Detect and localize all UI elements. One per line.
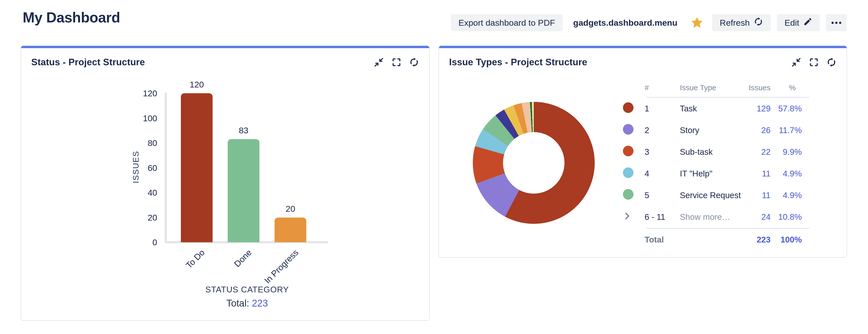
refresh-gadget-icon[interactable]: [827, 57, 837, 67]
bar-value-label: 20: [265, 204, 316, 214]
table-row: 3Sub-task229.9%: [623, 141, 809, 163]
y-tick-label: 120: [112, 88, 157, 98]
page-title: My Dashboard: [23, 9, 120, 26]
edit-label: Edit: [784, 18, 799, 28]
table-row: 2Story2611.7%: [623, 119, 809, 141]
favorite-star-icon[interactable]: [690, 16, 704, 29]
fullscreen-gadget-icon[interactable]: [392, 57, 402, 67]
dashboard-toolbar: Export dashboard to PDF gadgets.dashboar…: [451, 14, 847, 31]
issue-types-donut-chart[interactable]: [473, 102, 595, 224]
table-row: 4IT "Help"114.9%: [623, 163, 809, 185]
legend-swatch: [623, 124, 633, 135]
col-header-issues: Issues: [745, 83, 771, 92]
status-total: Total: 223: [166, 298, 329, 309]
show-more-chevron-icon[interactable]: [623, 212, 645, 222]
issues-pct-link[interactable]: 4.9%: [783, 191, 802, 200]
export-pdf-label: Export dashboard to PDF: [459, 18, 555, 28]
refresh-gadget-icon[interactable]: [409, 57, 419, 67]
issues-count-link[interactable]: 11: [762, 169, 771, 178]
bar-in-progress[interactable]: [275, 218, 306, 243]
y-tick-label: 40: [112, 188, 157, 198]
issues-pct-link[interactable]: 57.8%: [778, 104, 802, 113]
issue-type-name: Task: [680, 104, 745, 113]
total-label: Total: [645, 235, 745, 245]
legend-swatch: [623, 146, 633, 156]
table-total-row: Total 223 100%: [623, 229, 809, 251]
issues-count-link[interactable]: 24: [761, 212, 771, 222]
y-tick-label: 100: [112, 113, 157, 123]
refresh-label: Refresh: [720, 18, 750, 28]
y-tick-label: 60: [112, 163, 157, 173]
status-total-link[interactable]: 223: [252, 298, 268, 309]
issues-pct-link[interactable]: 9.9%: [783, 147, 802, 157]
status-gadget-title: Status - Project Structure: [31, 57, 145, 67]
total-issues-link[interactable]: 223: [757, 235, 771, 244]
legend-swatch: [623, 167, 633, 178]
y-tick-label: 0: [112, 237, 157, 247]
legend-swatch: [623, 189, 633, 200]
issues-pct-link[interactable]: 4.9%: [783, 169, 802, 178]
row-number: 4: [645, 169, 680, 178]
issue-types-table: # Issue Type Issues % 1Task12957.8%2Stor…: [623, 79, 809, 251]
minimize-gadget-icon[interactable]: [791, 57, 801, 67]
col-header-type: Issue Type: [680, 83, 745, 92]
row-number: 1: [645, 104, 680, 113]
x-category-label: To Do: [184, 248, 207, 270]
col-header-num: #: [645, 83, 680, 92]
export-pdf-button[interactable]: Export dashboard to PDF: [451, 14, 563, 31]
issue-types-gadget-title: Issue Types - Project Structure: [449, 57, 587, 67]
issues-count-link[interactable]: 22: [761, 147, 771, 157]
dashboard-menu-item[interactable]: gadgets.dashboard.menu: [573, 18, 678, 28]
dashboard-page: My Dashboard Export dashboard to PDF gad…: [0, 0, 868, 334]
donut-hole: [503, 132, 564, 194]
status-gadget: Status - Project Structure: [21, 45, 430, 321]
issue-types-gadget: Issue Types - Project Structure: [438, 45, 847, 258]
issue-types-gadget-actions: [791, 57, 837, 67]
issue-type-name: Story: [680, 126, 745, 135]
refresh-icon: [754, 17, 763, 28]
x-category-label: Done: [232, 248, 254, 269]
bar-to-do[interactable]: [181, 93, 213, 242]
ellipsis-icon: [832, 22, 834, 24]
issues-count-link[interactable]: 11: [762, 191, 771, 200]
legend-swatch: [623, 102, 633, 113]
table-row: 1Task12957.8%: [623, 98, 809, 119]
issue-type-name: Service Request: [680, 191, 745, 200]
table-row: 6 - 11Show more…2410.8%: [623, 206, 809, 228]
table-header-row: # Issue Type Issues %: [623, 79, 809, 97]
show-more-link[interactable]: Show more…: [680, 212, 745, 222]
row-number: 2: [645, 126, 680, 135]
issues-pct-link[interactable]: 10.8%: [778, 212, 802, 222]
issue-type-name: Sub-task: [680, 147, 745, 157]
row-number: 5: [645, 191, 680, 200]
minimize-gadget-icon[interactable]: [374, 57, 384, 67]
bar-done[interactable]: [228, 139, 259, 242]
issues-pct-link[interactable]: 11.7%: [779, 126, 802, 135]
status-gadget-actions: [374, 57, 419, 67]
issues-count-link[interactable]: 129: [757, 104, 771, 113]
total-pct-link[interactable]: 100%: [781, 235, 802, 244]
fullscreen-gadget-icon[interactable]: [809, 57, 819, 67]
x-category-label: In Progress: [262, 248, 301, 286]
more-options-button[interactable]: [826, 14, 847, 31]
bar-value-label: 120: [171, 80, 223, 89]
pencil-icon: [803, 17, 812, 28]
y-tick-label: 80: [112, 138, 157, 148]
row-number: 6 - 11: [645, 212, 680, 222]
edit-button[interactable]: Edit: [777, 14, 820, 31]
row-number: 3: [645, 147, 680, 157]
x-axis-title: STATUS CATEGORY: [166, 285, 329, 295]
refresh-button[interactable]: Refresh: [712, 14, 771, 31]
col-header-pct: %: [771, 83, 802, 92]
issue-type-name: IT "Help": [680, 169, 745, 178]
issues-count-link[interactable]: 26: [761, 126, 771, 135]
y-tick-label: 20: [112, 213, 157, 223]
status-total-label: Total:: [226, 298, 249, 309]
table-row: 5Service Request114.9%: [623, 185, 809, 206]
bar-value-label: 83: [218, 126, 270, 135]
y-axis-line: [165, 92, 167, 243]
